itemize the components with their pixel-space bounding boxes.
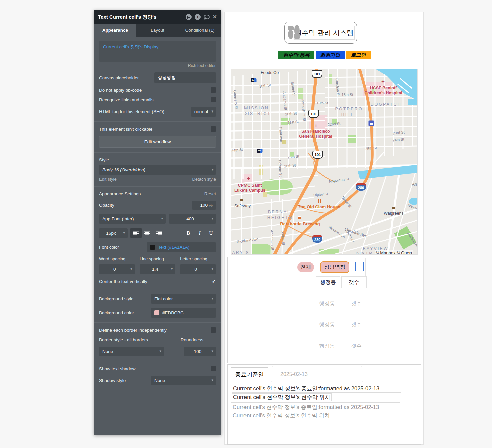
canvas-placeholder-input[interactable]: 정당명칭 (154, 72, 216, 83)
text-shadow-label: Show text shadow (99, 366, 136, 371)
summary-group: 전체 정당명칭 행정동 갯수 행정동갯수 행정동갯수 행정동갯수 (227, 257, 421, 363)
roundness-dropdown[interactable]: 100 (184, 347, 216, 356)
tab-conditional[interactable]: Conditional (1) (179, 24, 221, 37)
bg-style-dropdown[interactable]: Flat color (151, 294, 216, 304)
col-header-district: 행정동 (316, 276, 340, 288)
map-label: Am (412, 182, 418, 187)
map-label: ARY'S (232, 250, 249, 255)
panel-header[interactable]: Text Current cell's 정당's ▶ i ✕ (94, 10, 221, 24)
align-left-button[interactable] (130, 228, 142, 238)
login-button[interactable]: 로그인 (346, 51, 371, 59)
not-clickable-label: This element isn't clickable (99, 127, 152, 132)
reset-link[interactable]: Reset (204, 191, 216, 196)
map-label: Banks St (281, 230, 286, 245)
shadow-style-dropdown[interactable]: None (151, 376, 216, 385)
interstate-shield: 280 (312, 235, 323, 243)
map-label: Barebottle Brewing (280, 221, 320, 226)
close-icon[interactable]: ✕ (213, 14, 217, 20)
rich-text-editor[interactable]: Current cell's 정당's Display (99, 41, 216, 62)
word-spacing-label: Word spacing (99, 256, 135, 261)
edit-style-link[interactable]: Edit style (99, 177, 117, 182)
not-clickable-checkbox[interactable] (211, 126, 216, 132)
map-label: DISTRICT (243, 111, 271, 116)
border-style-label: Border style - all borders (99, 337, 148, 342)
opacity-label: Opacity (99, 203, 114, 208)
style-dropdown[interactable]: Body 16 (Overridden) (99, 165, 216, 175)
map-label: Children's Hospital (364, 91, 402, 95)
cross-icon: + (381, 78, 385, 85)
tab-layout[interactable]: Layout (136, 24, 179, 37)
html-tag-dropdown[interactable]: normal (191, 107, 216, 117)
end-date-input[interactable]: 2025-02-13 (271, 366, 363, 382)
bart-icon: ba (251, 78, 257, 82)
end-date-label: 종료기준일 (231, 367, 268, 381)
align-center-button[interactable] (142, 228, 153, 238)
map-label: 18th St (342, 93, 353, 97)
map-label: HILL (341, 113, 354, 117)
links-checkbox[interactable] (211, 97, 216, 102)
roundness-label: Roundness (181, 337, 203, 342)
font-color-field[interactable]: Text (#1A1A1A) (147, 242, 216, 252)
map-label: Walgreens (384, 211, 403, 216)
food-icon (318, 199, 321, 203)
run-icon[interactable]: ▶ (186, 14, 192, 20)
text-shadow-checkbox[interactable] (211, 366, 216, 371)
repeating-group-districts[interactable]: 행정동갯수 행정동갯수 행정동갯수 (315, 291, 368, 363)
info-icon[interactable]: i (195, 14, 201, 20)
property-editor-panel: Text Current cell's 정당's ▶ i ✕ Appearanc… (94, 10, 221, 435)
filter-party-button-selected[interactable]: 정당명칭 (320, 261, 349, 273)
map-label: BERNAL (268, 210, 291, 214)
cart-icon (392, 207, 395, 209)
bbcode-checkbox[interactable] (211, 87, 216, 93)
placeholder-location-text: Current cell's 현수막 정보's 현수막 위치 (233, 412, 399, 419)
shadow-style-label: Shadow style (99, 378, 126, 383)
map-base (231, 69, 418, 255)
signup-button[interactable]: 회원가입 (316, 51, 345, 59)
font-weight-dropdown[interactable]: 400 (169, 214, 216, 224)
cell-location-text: Current cell's 현수막 정보's 현수막 위치 (232, 393, 332, 401)
selection-handle-right[interactable] (363, 262, 364, 271)
links-label: Recognize links and emails (99, 97, 154, 102)
bg-color-field[interactable]: #EDBCBC (151, 308, 216, 318)
map-label: Safeway (234, 204, 251, 208)
bg-style-label: Background style (99, 296, 134, 301)
detach-style-link[interactable]: Detach style (192, 177, 216, 182)
border-style-dropdown[interactable]: None (99, 347, 164, 356)
map-label: DOGPATCH (371, 102, 402, 107)
logo-graphic-icon (287, 24, 294, 41)
repeating-group-banners[interactable]: Current cell's 현수막 정보's 종료일:formatted as… (231, 402, 400, 433)
bg-color-swatch[interactable] (154, 310, 159, 315)
filter-box: 전체 정당명칭 (265, 258, 366, 276)
tab-appearance[interactable]: Appearance (94, 24, 136, 37)
selection-handle-left[interactable] (355, 262, 356, 271)
underline-button[interactable]: U (206, 228, 216, 238)
mapbox-map[interactable]: Foods CoGuerrero StBryant StAlabama StCa… (231, 69, 418, 255)
comment-icon[interactable] (204, 15, 210, 19)
line-spacing-dropdown[interactable]: 1.4 (140, 264, 176, 274)
word-spacing-dropdown[interactable]: 0 (99, 264, 135, 274)
italic-button[interactable]: I (195, 228, 205, 238)
bold-button[interactable]: B (183, 228, 193, 238)
edit-workflow-button[interactable]: Edit workflow (99, 136, 216, 148)
center-vertically-label: Center the text vertically (99, 279, 147, 284)
rail-icon (369, 121, 374, 126)
font-family-dropdown[interactable]: App Font (Inter) (99, 214, 166, 224)
bart-icon: ba (257, 149, 263, 153)
bg-color-label: Background color (99, 310, 134, 315)
letter-spacing-dropdown[interactable]: 0 (180, 264, 216, 274)
map-label: The Old Clam House (298, 204, 340, 209)
rich-text-hint[interactable]: Rich text editor (99, 63, 216, 68)
col-header-count: 갯수 (341, 276, 367, 288)
interstate-shield: 280 (356, 183, 366, 191)
center-vertically-checkbox[interactable]: ✓ (212, 278, 216, 284)
app-title: 현수막 관리 시스템 (294, 26, 355, 40)
font-size-dropdown[interactable]: 16px (99, 228, 128, 238)
border-independent-checkbox[interactable] (211, 327, 216, 333)
font-color-swatch[interactable] (150, 245, 155, 250)
register-banner-button[interactable]: 현수막 등록 (278, 51, 314, 59)
opacity-input[interactable]: 100% (192, 201, 216, 210)
align-right-button[interactable] (153, 228, 164, 238)
filter-all-button[interactable]: 전체 (297, 262, 314, 272)
map-label: CPMC Saint (238, 183, 262, 188)
app-canvas: 현수막 관리 시스템 현수막 등록 회원가입 로그인 (224, 12, 424, 445)
